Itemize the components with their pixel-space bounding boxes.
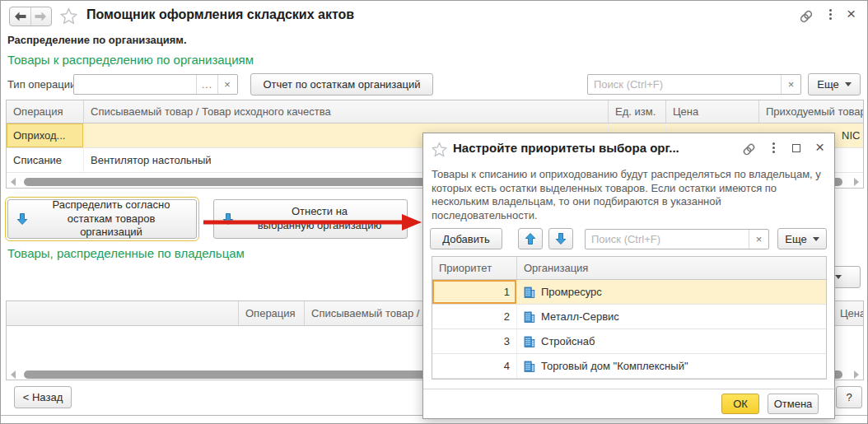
add-button[interactable]: Добавить [430,228,502,249]
dialog-search-input[interactable] [586,230,749,249]
column-header-unit[interactable]: Ед. изм. [609,100,666,123]
scroll-right-icon[interactable] [854,178,859,186]
arrow-up-icon [525,232,536,245]
scroll-left-icon[interactable] [11,370,16,379]
cancel-button[interactable]: Отмена [768,394,819,414]
column-header-writeoff-item[interactable]: Списываемый товар / Товар исходного каче… [84,100,609,123]
table-row[interactable]: 4 Торговый дом "Комплексный" [432,354,826,379]
cell-organization[interactable]: Торговый дом "Комплексный" [517,354,826,378]
dialog-description: Товары к списанию и оприходованию будут … [432,168,824,222]
move-down-button[interactable] [548,228,573,249]
column-header-receipt-item[interactable]: Приходуемый товар [759,100,863,123]
chevron-down-icon [813,237,819,241]
upper-search-box: × [587,74,801,95]
lower-section-heading: Товары, распределенные по владельцам [7,246,245,260]
maximize-icon[interactable] [792,144,800,152]
favorite-star-icon[interactable] [432,142,447,160]
upper-more-button[interactable]: Еще [808,73,861,96]
chevron-down-icon [845,82,852,86]
clear-search-icon[interactable]: × [781,75,800,94]
operation-type-label: Тип операции: [7,78,79,91]
help-button[interactable]: ? [836,386,862,408]
cell-operation[interactable]: Оприход... [7,123,84,147]
get-link-icon[interactable] [798,8,814,27]
favorite-star-icon[interactable] [60,7,77,27]
arrow-down-icon [555,232,567,245]
organization-building-icon [524,311,535,323]
upper-section-heading: Товары к распределению по организациям [7,53,254,67]
cell-priority[interactable]: 2 [432,305,517,328]
cell-organization[interactable]: Промресурс [517,280,826,304]
organization-building-icon [524,361,535,372]
priorities-table-header: Приоритет Организация [432,257,826,280]
cell-organization[interactable]: Металл-Сервис [517,305,826,328]
forward-button[interactable] [30,7,52,26]
distribute-by-balances-button[interactable]: Распределить согласноостаткам товаров ор… [7,199,197,239]
cell-priority[interactable]: 3 [432,329,517,353]
step-subtitle: Распределение по организациям. [7,34,187,46]
scroll-left-icon[interactable] [11,178,16,186]
products-table-header: Операция Списываемый товар / Товар исход… [7,100,863,123]
ok-button[interactable]: ОК [721,394,759,414]
column-header-operation[interactable]: Операция [7,100,84,123]
more-menu-icon[interactable] [772,142,775,153]
close-window-icon[interactable]: × [847,6,856,21]
dialog-footer-divider [423,389,834,389]
page-title: Помощник оформления складских актов [86,7,354,22]
clear-search-icon[interactable]: × [749,230,768,249]
back-button[interactable] [10,7,30,26]
dialog-more-button[interactable]: Еще [777,228,827,249]
history-nav-group [9,7,52,26]
cell-priority[interactable]: 1 [432,280,517,304]
organization-building-icon [524,287,535,298]
back-arrow-icon [14,12,26,21]
application-window: Помощник оформления складских актов × Ра… [0,0,868,424]
priorities-dialog: Настройте приоритеты выбора орг... × Тов… [422,133,835,419]
cell-priority[interactable]: 4 [432,354,517,378]
clear-icon[interactable]: × [217,75,237,94]
more-menu-icon[interactable] [829,9,832,20]
column-header-price[interactable]: Цена [833,301,863,325]
get-link-icon[interactable] [741,142,757,160]
scroll-right-icon[interactable] [854,370,859,379]
cell-organization[interactable]: Стройснаб [517,329,826,353]
forward-arrow-icon [35,12,47,21]
arrow-down-icon [16,212,28,230]
assign-to-organization-button[interactable]: Отнести навыбранную организацию [213,199,408,239]
upper-search-input[interactable] [588,75,781,94]
priorities-table: Приоритет Организация 1 Промресурс 2 Мет… [432,256,827,380]
lookup-icon[interactable]: ... [196,75,217,94]
column-header-organization[interactable]: Организация [517,257,826,279]
column-header-priority[interactable]: Приоритет [432,257,517,279]
cell-operation[interactable]: Списание [7,148,84,172]
close-dialog-icon[interactable]: × [815,139,824,155]
table-row[interactable]: 3 Стройснаб [432,329,826,354]
table-row[interactable]: 2 Металл-Сервис [432,305,826,329]
organization-building-icon [524,336,535,347]
table-row[interactable]: 1 Промресурс [432,280,826,305]
operation-type-field: ... × [73,74,238,95]
move-up-button[interactable] [518,228,543,249]
column-header-price[interactable]: Цена [666,100,759,123]
report-by-balances-button[interactable]: Отчет по остаткам организаций [250,73,433,96]
back-button-wizard[interactable]: < Назад [14,386,72,408]
column-header-owner[interactable] [7,301,239,325]
arrow-down-icon [222,212,234,230]
chevron-down-icon [835,275,842,279]
column-header-operation[interactable]: Операция [239,301,305,325]
operation-type-input[interactable] [74,75,196,94]
dialog-title: Настройте приоритеты выбора орг... [453,141,679,155]
dialog-search-box: × [585,229,769,249]
